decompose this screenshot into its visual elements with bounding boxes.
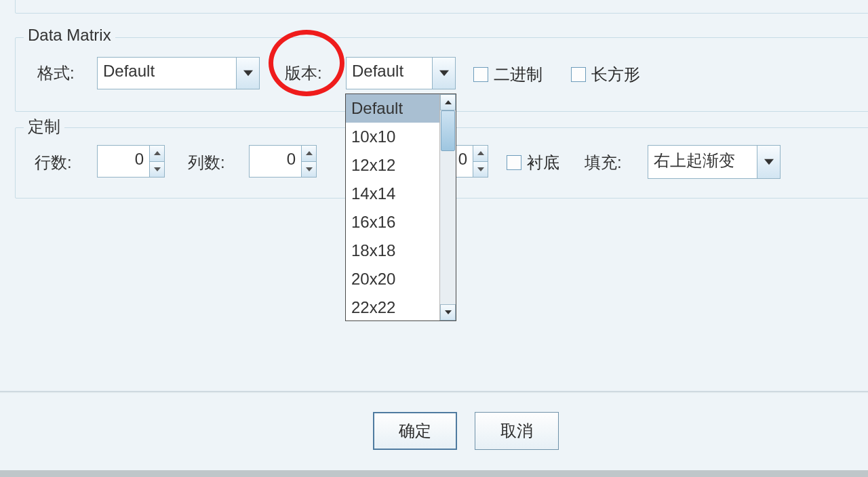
format-combo[interactable]: Default bbox=[97, 57, 260, 89]
dropdown-option[interactable]: 12x12 bbox=[346, 151, 439, 180]
svg-marker-4 bbox=[306, 151, 313, 155]
rectangle-checkbox-label: 长方形 bbox=[591, 64, 640, 85]
svg-marker-7 bbox=[477, 167, 484, 171]
dropdown-option[interactable]: 20x20 bbox=[346, 265, 439, 293]
chevron-down-icon bbox=[477, 166, 484, 173]
cols-spinner-up[interactable] bbox=[302, 146, 316, 161]
cols-spinner-down[interactable] bbox=[302, 161, 316, 178]
svg-marker-1 bbox=[439, 70, 449, 76]
window-bottom-edge bbox=[0, 470, 868, 477]
svg-marker-0 bbox=[243, 70, 253, 76]
chevron-down-icon bbox=[439, 68, 449, 78]
dropdown-option[interactable]: 10x10 bbox=[346, 123, 439, 151]
checkbox-box-icon bbox=[473, 67, 488, 82]
hidden-spinner-up[interactable] bbox=[473, 146, 488, 161]
fill-combo[interactable]: 右上起渐变 bbox=[648, 145, 781, 179]
custom-legend: 定制 bbox=[24, 116, 64, 138]
dropdown-option[interactable]: 14x14 bbox=[346, 180, 439, 208]
svg-marker-5 bbox=[306, 167, 313, 171]
prev-group-box bbox=[15, 0, 868, 14]
rectangle-checkbox[interactable]: 长方形 bbox=[571, 64, 640, 85]
chevron-down-icon bbox=[764, 157, 774, 167]
dropdown-scrollbar[interactable] bbox=[439, 94, 456, 320]
binary-checkbox-label: 二进制 bbox=[494, 64, 542, 85]
rows-label: 行数: bbox=[35, 152, 72, 173]
rows-spinner-up[interactable] bbox=[150, 146, 164, 161]
datamatrix-legend: Data Matrix bbox=[24, 26, 115, 45]
scroll-down-button[interactable] bbox=[440, 304, 456, 320]
cols-spinner[interactable]: 0 bbox=[249, 145, 317, 178]
cancel-button[interactable]: 取消 bbox=[475, 412, 559, 450]
checkbox-box-icon bbox=[571, 67, 586, 82]
svg-marker-8 bbox=[764, 159, 774, 165]
version-label: 版本: bbox=[285, 62, 322, 84]
version-combo-text: Default bbox=[347, 58, 432, 89]
chevron-down-icon bbox=[243, 68, 253, 78]
rows-spinner[interactable]: 0 bbox=[97, 145, 165, 178]
hidden-spinner-down[interactable] bbox=[473, 161, 488, 178]
fill-combo-button[interactable] bbox=[757, 146, 780, 178]
chevron-down-icon bbox=[154, 166, 161, 173]
footer-separator bbox=[0, 391, 868, 393]
scroll-up-button[interactable] bbox=[440, 94, 456, 110]
binary-checkbox[interactable]: 二进制 bbox=[473, 64, 542, 85]
substrate-checkbox[interactable]: 衬底 bbox=[507, 152, 559, 173]
cols-label: 列数: bbox=[188, 152, 225, 173]
version-combo[interactable]: Default bbox=[346, 57, 456, 89]
dropdown-option[interactable]: Default bbox=[346, 94, 439, 123]
svg-marker-6 bbox=[477, 151, 484, 155]
chevron-down-icon bbox=[445, 309, 452, 316]
scroll-thumb[interactable] bbox=[441, 110, 455, 151]
substrate-checkbox-label: 衬底 bbox=[527, 152, 559, 173]
cols-spinner-value: 0 bbox=[250, 146, 301, 177]
chevron-up-icon bbox=[445, 99, 452, 106]
scroll-track[interactable] bbox=[440, 110, 456, 304]
chevron-up-icon bbox=[477, 150, 484, 157]
svg-marker-9 bbox=[445, 100, 452, 104]
format-combo-button[interactable] bbox=[236, 58, 259, 89]
ok-button-label: 确定 bbox=[399, 420, 431, 442]
rows-spinner-down[interactable] bbox=[150, 161, 164, 178]
fill-combo-text: 右上起渐变 bbox=[648, 146, 757, 178]
checkbox-box-icon bbox=[507, 155, 521, 170]
version-dropdown-options: Default 10x10 12x12 14x14 16x16 18x18 20… bbox=[346, 94, 439, 320]
dropdown-option[interactable]: 22x22 bbox=[346, 293, 439, 320]
svg-marker-10 bbox=[445, 310, 452, 314]
dropdown-option[interactable]: 16x16 bbox=[346, 208, 439, 236]
rows-spinner-value: 0 bbox=[98, 146, 149, 177]
version-dropdown-list[interactable]: Default 10x10 12x12 14x14 16x16 18x18 20… bbox=[345, 94, 456, 321]
chevron-down-icon bbox=[306, 166, 313, 173]
chevron-up-icon bbox=[306, 150, 313, 157]
chevron-up-icon bbox=[154, 150, 161, 157]
ok-button[interactable]: 确定 bbox=[373, 412, 457, 450]
fill-label: 填充: bbox=[585, 152, 622, 173]
dropdown-option[interactable]: 18x18 bbox=[346, 236, 439, 265]
svg-marker-2 bbox=[154, 151, 161, 155]
format-combo-text: Default bbox=[98, 58, 236, 89]
version-combo-button[interactable] bbox=[432, 58, 455, 89]
format-label: 格式: bbox=[37, 62, 75, 84]
cancel-button-label: 取消 bbox=[500, 420, 533, 442]
svg-marker-3 bbox=[154, 167, 161, 171]
